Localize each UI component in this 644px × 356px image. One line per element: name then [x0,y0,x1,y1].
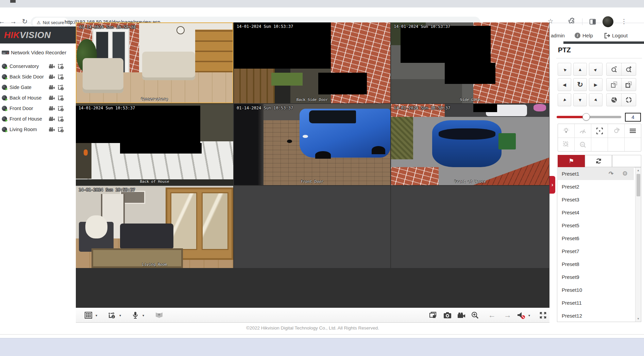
digital-zoom-icon[interactable] [471,311,479,320]
stream-type-icon[interactable]: 2 [57,95,64,101]
wiper-icon[interactable] [574,124,591,138]
fisheye-expansion-icon[interactable] [155,311,164,320]
forward-icon[interactable]: → [9,17,18,26]
preset-row-1[interactable]: Preset1 ↷ ⚙ [557,167,634,180]
camera-name[interactable]: Front Door [10,106,33,111]
stream-type-icon[interactable]: 2 [57,85,64,90]
scroll-down-icon[interactable]: ▼ [635,317,641,320]
zoom-in-icon[interactable] [621,63,636,75]
3d-positioning-icon[interactable] [558,138,574,151]
help-link[interactable]: Help [582,33,593,38]
stream-dropdown-caret[interactable]: ▾ [119,314,121,317]
preset-row-3[interactable]: Preset3 [557,193,634,206]
zoom-out-icon[interactable] [607,63,621,75]
preset-row-8[interactable]: Preset8 [557,257,634,270]
preset-row-6[interactable]: Preset6 [557,232,634,245]
scroll-up-icon[interactable]: ▲ [635,169,641,172]
ptz-down-button[interactable]: ▼ [573,93,587,106]
sidebar-item-front-of-house[interactable]: Front of House 2 [0,114,76,124]
light-icon[interactable] [558,124,574,138]
volume-dropdown-caret[interactable]: ▾ [528,314,530,317]
next-page-icon[interactable]: → [503,311,512,320]
sidebar-item-side-gate[interactable]: Side Gate 2 [0,83,76,93]
camera-tile-back-of-house[interactable]: 14-01-2024 Sun 10:53:37 Back of House [76,104,233,185]
manual-tracking-icon[interactable] [591,124,608,138]
slider-thumb[interactable] [582,113,590,121]
profile-avatar[interactable] [603,16,613,27]
layout-grid-icon[interactable] [84,311,93,320]
preset-row-11[interactable]: Preset11 [557,296,634,309]
live-view-icon[interactable] [49,106,55,111]
ptz-up-right-button[interactable]: ▲ [589,63,603,76]
sidebar-item-conservatory[interactable]: Conservatory 2 [0,61,76,72]
sidebar-item-living-room[interactable]: Living Room 2 [0,125,76,135]
ptz-speed-value[interactable]: 4 [625,113,641,122]
live-view-icon[interactable] [49,127,55,132]
ptz-down-left-button[interactable]: ▼ [558,93,571,106]
side-panel-icon[interactable] [589,18,596,25]
stream-type-icon[interactable]: 2 [57,106,64,111]
stream-type-icon[interactable]: 2 [57,116,64,122]
stream-type-icon[interactable]: 2 [57,127,64,132]
camera-name[interactable]: Conservatory [10,64,39,69]
sidebar-item-back-side-door[interactable]: Back Side Door 2 [0,72,76,82]
help-icon[interactable]: i [575,33,580,38]
not-secure-chip[interactable]: ⚠ Not secure [33,18,68,28]
camera-tile-front-door[interactable]: 01-14-2024 Sun 10:53:37 Front Door [234,104,390,185]
iris-open-icon[interactable] [621,94,636,106]
audio-muted-icon[interactable] [517,311,526,320]
browser-menu-icon[interactable]: ⋮ [620,17,628,26]
previous-page-icon[interactable]: ← [488,311,496,320]
camera-name[interactable]: Back Side Door [10,74,44,79]
preset-row-9[interactable]: Preset9 [557,270,634,283]
stream-type-icon[interactable]: 2 [57,64,64,69]
preset-row-5[interactable]: Preset5 [557,219,634,232]
logout-link[interactable]: Logout [612,33,628,38]
tab-patrol[interactable] [585,155,612,167]
tab-presets[interactable]: ⚑ [558,155,585,167]
camera-tile-conservatory[interactable]: 01-14-2024 Sun 10:53:38 Conservatory [76,22,233,103]
reload-icon[interactable]: ↻ [20,17,29,26]
live-view-icon[interactable] [49,64,55,69]
ptz-up-button[interactable]: ▲ [573,63,587,76]
camera-name[interactable]: Living Room [10,127,37,132]
camera-name[interactable]: Front of House [10,116,42,122]
tab-pattern[interactable] [612,155,641,167]
fullscreen-icon[interactable] [539,311,547,320]
camera-name[interactable]: Back of House [10,95,41,101]
preset-call-icon[interactable]: ↷ [609,170,613,177]
preset-row-2[interactable]: Preset2 [557,180,634,193]
camera-tile-living-room[interactable]: 14-01-2024 Sun 10:53:37 Living Room [76,186,233,268]
logout-icon[interactable] [605,33,610,38]
sidebar-item-front-door[interactable]: Front Door 2 [0,104,76,114]
live-view-icon[interactable] [49,95,55,100]
preset-row-12[interactable]: Preset12 [557,309,634,322]
camera-name[interactable]: Side Gate [10,85,32,90]
live-view-icon[interactable] [49,74,55,79]
camera-tile-side-gate[interactable]: 14-01-2024 Sun 10:53:37 Side Gate [391,22,549,103]
3d-zoom-icon[interactable]: 3D [574,138,591,151]
ptz-down-right-button[interactable]: ▼ [589,93,603,106]
ptz-auto-scan-button[interactable]: ↻ [573,78,587,91]
panel-collapse-arrow[interactable]: › [549,176,555,194]
lens-init-icon[interactable] [608,124,624,138]
sidebar-item-back-of-house[interactable]: Back of House 2 [0,93,76,103]
audio-dropdown-caret[interactable]: ▾ [142,314,144,317]
camera-tile-empty[interactable] [234,186,390,268]
live-view-icon[interactable] [49,117,55,121]
iris-close-icon[interactable] [607,94,621,106]
ptz-right-button[interactable]: ▶ [589,78,603,91]
capture-icon[interactable] [443,311,452,320]
menu-icon[interactable] [624,124,641,138]
browser-tab-strip[interactable] [0,0,644,7]
extensions-icon[interactable] [568,18,575,25]
stream-type-icon[interactable]: 2 [57,74,64,80]
focus-far-icon[interactable] [621,78,636,91]
scrollbar-thumb[interactable] [637,174,640,196]
layout-dropdown-caret[interactable]: ▾ [96,314,97,317]
ptz-left-button[interactable]: ◀ [558,78,571,91]
two-way-audio-icon[interactable] [131,311,140,320]
preset-scrollbar[interactable]: ▲ ▼ [635,167,641,322]
preset-settings-gear-icon[interactable]: ⚙ [622,170,628,177]
focus-near-icon[interactable] [607,78,621,91]
